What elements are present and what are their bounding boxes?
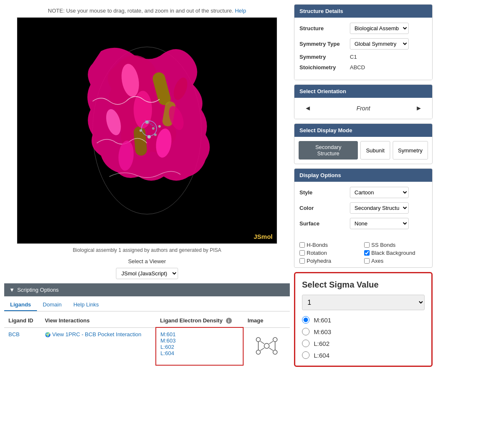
viewer-caption: Biological assembly 1 assigned by author…	[4, 244, 290, 256]
color-label: Color	[299, 205, 350, 211]
mode-buttons: Secondary Structure Subunit Symmetry	[294, 137, 432, 164]
sigma-select[interactable]: 1	[302, 295, 425, 310]
mode-btn-subunit[interactable]: Subunit	[360, 141, 390, 160]
axes-checkbox[interactable]	[364, 258, 370, 264]
density-link-m603[interactable]: M:603	[160, 337, 239, 344]
symmetry-row: Symmetry C1	[299, 54, 427, 60]
checkbox-blackbg[interactable]: Black Background	[364, 250, 427, 256]
tab-ligands[interactable]: Ligands	[4, 299, 37, 311]
blackbg-checkbox[interactable]	[364, 250, 370, 256]
symmetry-label: Symmetry	[299, 54, 350, 60]
color-row: Color Secondary Structure	[299, 202, 427, 214]
col-view-interactions: View Interactions	[41, 314, 156, 327]
sigma-option-m603[interactable]: M:603	[302, 328, 425, 335]
col-image: Image	[243, 314, 290, 327]
svg-point-24	[256, 350, 260, 354]
sigma-title: Select Sigma Value	[302, 280, 425, 290]
density-cell: M:601 M:603 L:602 L:604	[156, 327, 243, 365]
hbonds-checkbox[interactable]	[299, 242, 305, 248]
scripting-bar[interactable]: ▼ Scripting Options	[4, 283, 290, 296]
sigma-option-m601[interactable]: M:601	[302, 316, 425, 324]
svg-point-21	[264, 343, 269, 348]
style-row: Style Cartoon	[299, 187, 427, 198]
sigma-radio-m601[interactable]	[302, 316, 310, 324]
info-icon[interactable]: i	[226, 318, 232, 324]
style-select[interactable]: Cartoon	[350, 187, 409, 198]
orientation-header: Select Orientation	[294, 85, 432, 98]
svg-line-26	[260, 341, 264, 344]
orientation-current: Front	[357, 105, 370, 112]
help-link[interactable]: Help	[235, 8, 246, 14]
structure-label: Structure	[299, 25, 350, 31]
sigma-options: M:601 M:603 L:602 L:604	[302, 316, 425, 359]
tab-help-links[interactable]: Help Links	[68, 299, 105, 311]
density-link-m601[interactable]: M:601	[160, 331, 239, 337]
svg-point-14	[158, 125, 161, 128]
scripting-label: Scripting Options	[17, 287, 59, 293]
orientation-left-arrow[interactable]: ◄	[301, 103, 315, 114]
sigma-option-l604[interactable]: L:604	[302, 351, 425, 359]
ligand-id-cell: BCB	[4, 327, 41, 365]
jsmol-watermark: JSmol	[254, 233, 273, 240]
scripting-arrow: ▼	[9, 287, 15, 293]
symmetry-type-row: Symmetry Type Global Symmetry	[299, 38, 427, 50]
display-options-card: Display Options Style Cartoon Color Seco…	[294, 168, 433, 268]
col-ligand-id: Ligand ID	[4, 314, 41, 327]
surface-row: Surface None	[299, 218, 427, 229]
checkbox-polyhedra[interactable]: Polyhedra	[299, 258, 362, 264]
stoichiometry-value: ABCD	[350, 64, 365, 71]
sigma-radio-m603[interactable]	[302, 328, 310, 335]
checkbox-rotation[interactable]: Rotation	[299, 250, 362, 256]
orientation-right-arrow[interactable]: ►	[412, 103, 425, 114]
symmetry-value: C1	[350, 54, 357, 60]
view-interactions-link[interactable]: 🌍 View 1PRC - BCB Pocket Interaction	[45, 331, 142, 337]
viewer-dropdown[interactable]: JSmol (JavaScript)	[116, 268, 178, 279]
sigma-radio-l604[interactable]	[302, 351, 310, 359]
display-options-header: Display Options	[294, 169, 432, 182]
style-label: Style	[299, 189, 350, 196]
display-mode-header: Select Display Mode	[294, 124, 432, 137]
svg-line-28	[260, 348, 264, 351]
mode-btn-symmetry[interactable]: Symmetry	[393, 141, 428, 160]
ssbonds-checkbox[interactable]	[364, 242, 370, 248]
note-bar: NOTE: Use your mouse to drag, rotate, an…	[4, 4, 290, 17]
structure-details-card: Structure Details Structure Biological A…	[294, 4, 433, 80]
surface-select[interactable]: None	[350, 218, 409, 229]
checkbox-grid: H-Bonds SS Bonds Rotation Black Backgrou…	[294, 238, 432, 267]
stoichiometry-row: Stoichiometry ABCD	[299, 64, 427, 71]
sigma-option-l602[interactable]: L:602	[302, 340, 425, 347]
svg-line-27	[269, 341, 273, 344]
rotation-checkbox[interactable]	[299, 250, 305, 256]
table-row: BCB 🌍 View 1PRC - BCB Pocket Interaction…	[4, 327, 290, 365]
structure-details-header: Structure Details	[294, 5, 432, 18]
checkbox-ssbonds[interactable]: SS Bonds	[364, 242, 427, 248]
view-interactions-cell: 🌍 View 1PRC - BCB Pocket Interaction	[41, 327, 156, 365]
tabs-bar: Ligands Domain Help Links	[4, 296, 290, 311]
symmetry-type-label: Symmetry Type	[299, 41, 350, 47]
tab-domain[interactable]: Domain	[37, 299, 68, 311]
symmetry-type-select[interactable]: Global Symmetry	[350, 38, 409, 50]
viewer-container[interactable]: JSmol	[17, 17, 277, 244]
viewer-select-label: Select a Viewer	[4, 256, 290, 266]
stoichiometry-label: Stoichiometry	[299, 64, 350, 71]
structure-select[interactable]: Biological Assembly 1	[350, 23, 409, 34]
polyhedra-checkbox[interactable]	[299, 258, 305, 264]
orientation-row: ◄ Front ►	[299, 100, 427, 116]
orientation-card: Select Orientation ◄ Front ►	[294, 84, 433, 119]
image-cell	[243, 327, 290, 365]
display-mode-card: Select Display Mode Secondary Structure …	[294, 123, 433, 164]
surface-label: Surface	[299, 220, 350, 227]
density-link-l602[interactable]: L:602	[160, 344, 239, 350]
mode-btn-secondary-structure[interactable]: Secondary Structure	[299, 141, 358, 160]
sigma-popup: Select Sigma Value 1 M:601 M:603 L:602	[294, 272, 433, 367]
density-link-l604[interactable]: L:604	[160, 350, 239, 356]
color-select[interactable]: Secondary Structure	[350, 202, 409, 214]
checkbox-axes[interactable]: Axes	[364, 258, 427, 264]
svg-point-23	[273, 337, 277, 342]
ligand-id-link[interactable]: BCB	[8, 331, 20, 337]
svg-point-10	[152, 127, 155, 130]
note-text: NOTE: Use your mouse to drag, rotate, an…	[48, 8, 234, 14]
checkbox-hbonds[interactable]: H-Bonds	[299, 242, 362, 248]
sigma-radio-l602[interactable]	[302, 340, 310, 347]
svg-point-22	[256, 337, 260, 342]
